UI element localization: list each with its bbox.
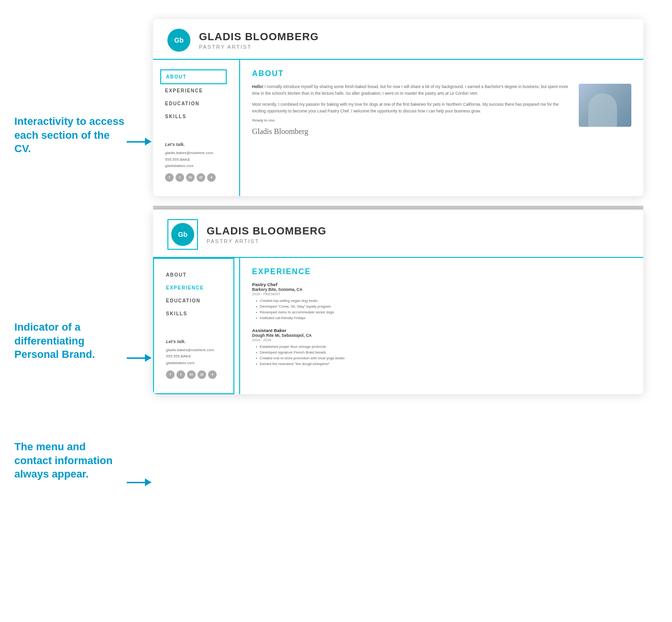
cv2-header: Gb GLADIS BLOOMBERG PASTRY ARTIST (153, 210, 643, 258)
cv2-contact: Let's talk. gladis.bakes@nowhere.com 555… (161, 334, 226, 384)
cv1-title: PASTRY ARTIST (199, 44, 629, 50)
cv2-contact-info: gladis.bakes@nowhere.com 555.555.BAKE gl… (166, 347, 221, 367)
left-annotations: Interactivity to access each section of … (0, 19, 153, 404)
cv1-phone: 555.555.BAKE (165, 156, 222, 163)
arrow-2-line (127, 357, 145, 359)
cv2-job1-bullet-1: Created top-selling vegan dog treats (256, 298, 631, 304)
cv1-social-icons: f t in @ ♦ (165, 173, 222, 182)
cv2-menu: ABOUT EXPERIENCE EDUCATION SKILLS Let's … (153, 258, 234, 394)
cv2-menu-about[interactable]: ABOUT (161, 268, 226, 281)
cv1-email-icon[interactable]: @ (197, 173, 205, 182)
annotation-brand: Indicator of a differentiating Personal … (14, 321, 124, 362)
right-content: Gb GLADIS BLOOMBERG PASTRY ARTIST ABOUT … (153, 19, 672, 404)
cv1-main: ABOUT Hello! I normally introduce myself… (239, 60, 643, 196)
cv1-about-text-block: Hello! I normally introduce myself by sh… (252, 84, 572, 136)
cv1-menu-about[interactable]: ABOUT (160, 69, 227, 84)
cv1-facebook-icon[interactable]: f (165, 173, 174, 182)
cv2-job1-bullet-3: Revamped menu to accommodate senior dogs (256, 310, 631, 315)
cv1-ready: Ready to rise. (252, 118, 572, 122)
cv2-menu-education[interactable]: EDUCATION (161, 294, 226, 307)
cv1-avatar-initials: Gb (174, 36, 183, 44)
cv1-section-title: ABOUT (252, 69, 631, 78)
cv1-menu-experience[interactable]: EXPERIENCE (160, 84, 227, 97)
cv2-avatar-initials: Gb (178, 231, 187, 238)
cv1-p1-text: I normally introduce myself by sharing s… (252, 84, 568, 96)
cv2-email: gladis.bakes@nowhere.com (166, 347, 221, 354)
cv1-rss-icon[interactable]: ♦ (207, 173, 216, 182)
arrow-1 (127, 138, 153, 145)
cv2-job2-company: Dough Rite Mi, Sebastopol, CA (252, 333, 631, 338)
cv2-job1-bullets: Created top-selling vegan dog treats Dev… (252, 298, 631, 321)
arrow-3-head (145, 478, 152, 486)
arrow-2-head (145, 354, 152, 362)
cv1-name: GLADIS BLOOMBERG (199, 31, 629, 43)
card-divider (153, 206, 643, 210)
cv1-contact-label: Let's talk. (165, 142, 222, 147)
cv2-job1: Pastry Chef Barkery Bite, Sonoma, CA 201… (252, 282, 631, 321)
cv-card-2: Gb GLADIS BLOOMBERG PASTRY ARTIST ABOUT … (153, 210, 643, 394)
cv1-linkedin-icon[interactable]: in (186, 173, 195, 182)
cv-card-1: Gb GLADIS BLOOMBERG PASTRY ARTIST ABOUT … (153, 19, 643, 196)
cv1-contact-info: gladis.bakes@nowhere.com 555.555.BAKE gl… (165, 150, 222, 169)
cv1-menu: ABOUT EXPERIENCE EDUCATION SKILLS Let's … (153, 60, 234, 196)
cv2-menu-skills[interactable]: SKILLS (161, 307, 226, 320)
cv1-menu-skills[interactable]: SKILLS (160, 110, 227, 123)
cv2-rss-icon[interactable]: ♦ (208, 370, 217, 379)
cv2-job2-bullet-3: Created one-in-store promotion with loca… (256, 355, 631, 361)
cv2-job2-date: 2014 - 2016 (252, 338, 631, 342)
cv2-name: GLADIS BLOOMBERG (207, 225, 629, 237)
cv1-signature: Gladis Bloomberg (252, 127, 572, 136)
cv2-job2-title: Assistant Baker (252, 328, 631, 333)
annotation-interactivity: Interactivity to access each section of … (14, 115, 124, 156)
cv2-linkedin-icon[interactable]: in (187, 370, 196, 379)
cv2-email-icon[interactable]: @ (198, 370, 206, 379)
cv1-avatar: Gb (167, 29, 190, 52)
cv1-menu-education[interactable]: EDUCATION (160, 97, 227, 110)
cv2-job2-bullet-4: Earned the nickname "the dough-whisperer… (256, 361, 631, 367)
arrow-2 (127, 354, 153, 362)
cv2-job2-bullet-2: Developed signature French Braid breads (256, 350, 631, 355)
cv1-photo (579, 84, 631, 127)
cv2-facebook-icon[interactable]: f (166, 370, 175, 379)
cv1-hello: Hello! (252, 84, 264, 89)
cv2-body: ABOUT EXPERIENCE EDUCATION SKILLS Let's … (153, 258, 643, 394)
arrow-3 (127, 478, 153, 486)
arrow-1-head (145, 138, 152, 145)
cv2-job1-title: Pastry Chef (252, 282, 631, 287)
cv1-about-content: Hello! I normally introduce myself by sh… (252, 84, 631, 136)
cv1-header: Gb GLADIS BLOOMBERG PASTRY ARTIST (153, 19, 643, 60)
cv2-job2: Assistant Baker Dough Rite Mi, Sebastopo… (252, 328, 631, 367)
cv2-main: EXPERIENCE Pastry Chef Barkery Bite, Son… (239, 258, 643, 394)
annotation3-text: The menu and contact information always … (14, 441, 112, 480)
cv2-phone: 555.555.BAKE (166, 353, 221, 360)
cv1-name-block: GLADIS BLOOMBERG PASTRY ARTIST (199, 31, 629, 50)
cv2-social-icons: f t in @ ♦ (166, 370, 221, 379)
cv2-title: PASTRY ARTIST (207, 238, 629, 244)
cv1-web: gladisbakes.com (165, 163, 222, 169)
cv2-web: gladisbakes.com (166, 360, 221, 367)
main-container: Interactivity to access each section of … (0, 0, 672, 423)
cv2-menu-experience[interactable]: EXPERIENCE (161, 281, 226, 294)
cv1-email: gladis.bakes@nowhere.com (165, 150, 222, 156)
cv2-section-title: EXPERIENCE (252, 267, 631, 276)
annotation1-text: Interactivity to access each section of … (14, 115, 124, 155)
cv2-job1-bullet-2: Developed "Come, Sit, Stay" loyalty prog… (256, 304, 631, 310)
cv2-avatar-highlight: Gb (167, 219, 198, 250)
cv2-job2-bullet-1: Established proper flour storage protoco… (256, 344, 631, 350)
cv2-job1-date: 2016 - PRESENT (252, 292, 631, 296)
cv1-about-p1: Hello! I normally introduce myself by sh… (252, 84, 572, 97)
annotation-menu: The menu and contact information always … (14, 440, 124, 481)
cv2-name-block: GLADIS BLOOMBERG PASTRY ARTIST (207, 225, 629, 244)
arrow-1-line (127, 141, 145, 143)
cv2-avatar: Gb (171, 223, 194, 246)
cv2-job2-bullets: Established proper flour storage protoco… (252, 344, 631, 367)
cv2-twitter-icon[interactable]: t (176, 370, 185, 379)
cv1-contact: Let's talk. gladis.bakes@nowhere.com 555… (160, 137, 227, 187)
cv1-body: ABOUT EXPERIENCE EDUCATION SKILLS Let's … (153, 60, 643, 196)
cv1-about-p2: Most recently, I combined my passion for… (252, 101, 572, 114)
cv2-job1-company: Barkery Bite, Sonoma, CA (252, 287, 631, 292)
cv2-job1-bullet-4: Instituted cat-friendly Fridays (256, 315, 631, 321)
arrow-3-line (127, 482, 145, 483)
annotation2-text: Indicator of a differentiating Personal … (14, 321, 95, 360)
cv1-twitter-icon[interactable]: t (176, 173, 184, 182)
